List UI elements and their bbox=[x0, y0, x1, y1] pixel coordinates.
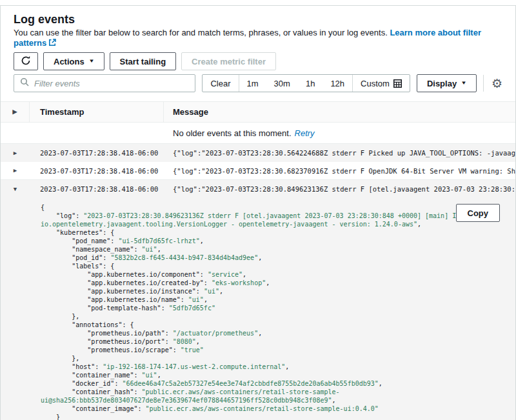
refresh-icon bbox=[21, 55, 31, 68]
time-range-1m[interactable]: 1m bbox=[239, 75, 266, 92]
calendar-icon bbox=[393, 79, 402, 88]
search-box[interactable] bbox=[14, 74, 195, 92]
copy-button[interactable]: Copy bbox=[456, 204, 501, 222]
log-rows: ▶2023-07-03T17:28:38.418-06:00{"log":"20… bbox=[1, 144, 515, 198]
create-metric-filter-button: Create metric filter bbox=[181, 52, 276, 70]
timestamp-column-header: Timestamp bbox=[30, 102, 164, 122]
log-event-row[interactable]: ▼2023-07-03T17:28:38.418-06:00{"log":"20… bbox=[1, 180, 515, 198]
refresh-button[interactable] bbox=[14, 52, 38, 70]
expand-icon[interactable]: ▶ bbox=[13, 109, 17, 115]
start-tailing-button[interactable]: Start tailing bbox=[110, 52, 177, 70]
gear-icon: ⚙ bbox=[491, 77, 502, 90]
page-title: Log events bbox=[14, 14, 502, 26]
chevron-down-icon: ▼ bbox=[88, 59, 95, 64]
log-events-panel: Log events You can use the filter bar be… bbox=[0, 5, 516, 420]
filter-bar: Clear1m30m1h12hCustom Display▼ ⚙ bbox=[1, 70, 515, 101]
no-older-events-row: No older events at this moment. Retry bbox=[1, 123, 515, 144]
time-range-custom[interactable]: Custom bbox=[353, 75, 410, 92]
message-cell: {"log":"2023-07-03T23:28:30.682370916Z s… bbox=[164, 162, 515, 179]
time-range-12h[interactable]: 12h bbox=[322, 75, 352, 92]
log-event-row[interactable]: ▶2023-07-03T17:28:38.418-06:00{"log":"20… bbox=[1, 144, 515, 162]
empty-notice: No older events at this moment. bbox=[173, 128, 292, 138]
retry-link[interactable]: Retry bbox=[295, 128, 315, 138]
chevron-down-icon: ▼ bbox=[461, 81, 467, 86]
expanded-log-panel: { "log": "2023-07-03T23:28:30.849623136Z… bbox=[1, 198, 515, 420]
expand-icon[interactable]: ▶ bbox=[14, 168, 17, 174]
settings-button[interactable]: ⚙ bbox=[490, 77, 502, 90]
display-button[interactable]: Display▼ bbox=[417, 74, 477, 92]
time-range-clear[interactable]: Clear bbox=[203, 75, 238, 92]
timestamp-cell: 2023-07-03T17:28:38.418-06:00 bbox=[30, 162, 164, 179]
actions-button[interactable]: Actions▼ bbox=[43, 52, 104, 70]
timestamp-cell: 2023-07-03T17:28:38.418-06:00 bbox=[30, 144, 164, 162]
time-range-group: Clear1m30m1h12hCustom bbox=[202, 74, 410, 92]
log-event-row[interactable]: ▶2023-07-03T17:28:38.418-06:00{"log":"20… bbox=[1, 162, 515, 180]
toolbar: Actions▼ Start tailing Create metric fil… bbox=[1, 49, 515, 70]
page-header: Log events You can use the filter bar be… bbox=[1, 6, 515, 49]
page-description: You can use the filter bar below to sear… bbox=[14, 28, 502, 49]
time-range-30m[interactable]: 30m bbox=[266, 75, 298, 92]
external-link-icon bbox=[48, 39, 56, 49]
vertical-divider bbox=[483, 75, 484, 92]
collapse-icon[interactable]: ▼ bbox=[14, 186, 17, 192]
search-icon bbox=[20, 77, 29, 89]
table-header: ▶ Timestamp Message bbox=[1, 101, 515, 123]
message-column-header: Message bbox=[164, 102, 515, 122]
expanded-log-json: { "log": "2023-07-03T23:28:30.849623136Z… bbox=[41, 203, 502, 420]
message-cell: {"log":"2023-07-03T23:28:30.564224688Z s… bbox=[164, 144, 515, 162]
expand-all-cell[interactable]: ▶ bbox=[1, 102, 30, 122]
timestamp-cell: 2023-07-03T17:28:38.418-06:00 bbox=[30, 180, 164, 198]
time-range-1h[interactable]: 1h bbox=[298, 75, 322, 92]
filter-events-input[interactable] bbox=[33, 78, 189, 89]
message-cell: {"log":"2023-07-03T23:28:30.849623136Z s… bbox=[164, 180, 515, 198]
expand-icon[interactable]: ▶ bbox=[14, 150, 17, 156]
